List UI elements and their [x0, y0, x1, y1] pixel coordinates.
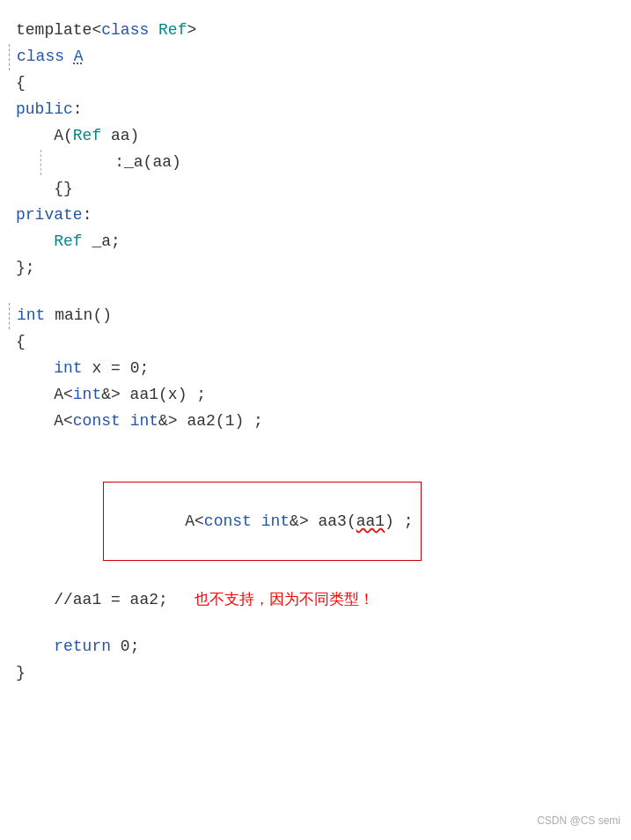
line-open-brace-content: {: [16, 329, 613, 355]
line-4-content: public:: [16, 97, 613, 122]
line-aa1-content: A<int&> aa1(x) ;: [16, 382, 613, 408]
line-aa2-content: A<const int&> aa2(1) ;: [16, 409, 613, 434]
line-aa3-content: A<const int&> aa3(aa1) ;: [16, 456, 613, 586]
line-1-content: template<class Ref>: [16, 18, 613, 43]
code-line-6: :_a(aa): [9, 150, 613, 176]
code-line-8: private:: [9, 203, 613, 229]
comment-text: //aa1 = aa2;: [16, 587, 168, 613]
line-5-content: A(Ref aa): [16, 123, 613, 149]
empty-line-1: [9, 282, 613, 303]
line-return-content: return 0;: [16, 634, 613, 659]
line-main-content: int main(): [17, 303, 613, 328]
line-8-content: private:: [16, 203, 613, 228]
line-intx-content: int x = 0;: [16, 356, 613, 381]
line-2-content: class A: [17, 44, 613, 70]
empty-line-3: [9, 613, 613, 634]
code-line-comment: //aa1 = aa2; 也不支持，因为不同类型！: [9, 586, 613, 613]
code-line-2: class A: [9, 44, 613, 70]
code-container: template<class Ref> class A { public: A(…: [0, 0, 631, 840]
code-line-aa2: A<const int&> aa2(1) ;: [9, 409, 613, 435]
code-line-main: int main(): [9, 303, 613, 329]
annotation-text: 也不支持，因为不同类型！: [194, 587, 374, 611]
code-line-close-brace: }: [9, 660, 613, 687]
line-7-content: {}: [16, 176, 613, 202]
line-3-content: {: [16, 70, 613, 96]
code-line-aa1: A<int&> aa1(x) ;: [9, 382, 613, 409]
code-line-return: return 0;: [9, 634, 613, 660]
code-line-5: A(Ref aa): [9, 123, 613, 150]
code-line-3: {: [9, 70, 613, 97]
line-6-content: :_a(aa): [40, 150, 613, 175]
code-line-10: };: [9, 255, 613, 282]
code-line-1: template<class Ref>: [9, 18, 613, 44]
empty-line-2: [9, 435, 613, 456]
code-line-4: public:: [9, 97, 613, 123]
code-line-aa3: A<const int&> aa3(aa1) ;: [9, 456, 613, 586]
line-close-brace-content: }: [16, 660, 613, 686]
watermark: CSDN @CS semi: [537, 813, 620, 829]
code-line-9: Ref _a;: [9, 229, 613, 255]
line-9-content: Ref _a;: [16, 229, 613, 254]
line-10-content: };: [16, 255, 613, 281]
code-line-7: {}: [9, 176, 613, 203]
code-line-open-brace: {: [9, 329, 613, 356]
code-line-intx: int x = 0;: [9, 356, 613, 382]
